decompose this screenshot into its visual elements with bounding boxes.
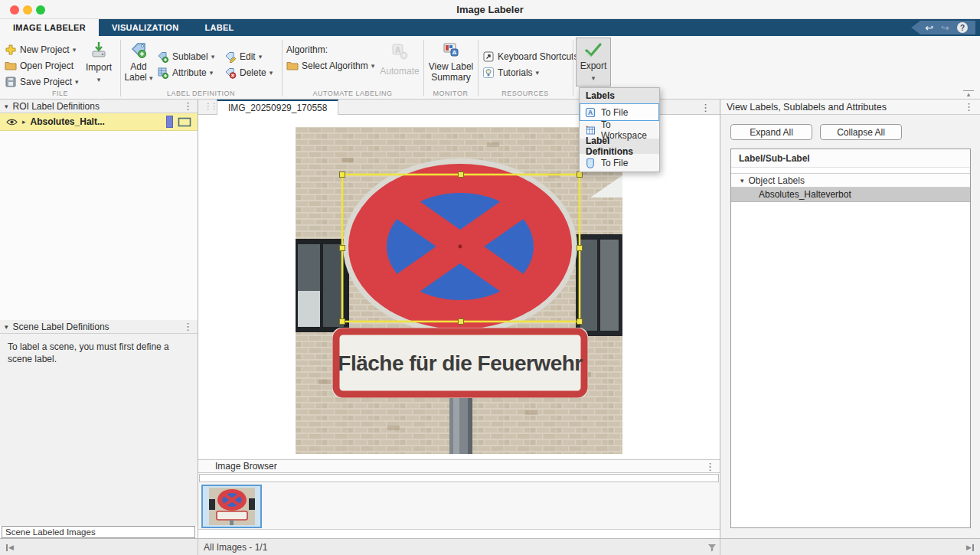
object-labels-group-row[interactable]: ▾ Object Labels — [731, 173, 970, 188]
import-button[interactable]: Import ▾ — [81, 41, 116, 83]
visibility-eye-icon[interactable] — [6, 118, 18, 126]
bbox-handle-w[interactable] — [340, 246, 345, 251]
previous-image-button[interactable]: ◀ — [6, 544, 14, 551]
automate-icon: A — [390, 42, 409, 60]
import-icon — [90, 41, 108, 59]
bbox-handle-sw[interactable] — [340, 319, 345, 325]
document-tab-active[interactable]: IMG_20250929_170558 — [217, 100, 338, 115]
image-browser-header: Image Browser ⋮ — [198, 459, 720, 473]
label-color-swatch[interactable] — [166, 116, 173, 128]
help-icon[interactable]: ? — [957, 22, 968, 33]
edit-icon — [224, 51, 237, 63]
undo-icon[interactable]: ↩ — [925, 23, 933, 33]
thumbnail-selected[interactable] — [201, 485, 262, 528]
label-definitions-file-icon — [585, 158, 596, 168]
save-project-button[interactable]: Save Project ▾ — [5, 74, 79, 89]
kebab-menu-icon[interactable]: ⋮ — [183, 322, 193, 331]
image-browser-scrollbar[interactable] — [199, 474, 719, 482]
collapse-icon[interactable]: ▾ — [740, 177, 744, 184]
image-labeler-window: Image Labeler IMAGE LABELER VISUALIZATIO… — [0, 0, 980, 555]
filter-funnel-icon[interactable] — [707, 544, 717, 552]
collapse-icon[interactable]: ▾ — [5, 103, 8, 110]
view-label-summary-label-1: View Label — [429, 62, 474, 73]
add-label-label-2: Label ▾ — [124, 73, 152, 83]
tab-image-labeler[interactable]: IMAGE LABELER — [0, 19, 99, 36]
export-definitions-to-file-label: To File — [601, 158, 628, 168]
bbox-handle-n[interactable] — [459, 172, 464, 178]
thumbnail-image — [209, 488, 255, 525]
chevron-down-icon: ▾ — [210, 69, 214, 77]
attribute-button[interactable]: Attribute ▾ — [157, 65, 213, 80]
select-algorithm-button[interactable]: Select Algorithm ▾ — [286, 58, 374, 73]
export-labels-to-file-label: To File — [601, 107, 628, 118]
expand-icon[interactable]: ▸ — [22, 118, 26, 126]
export-menu-definitions-header: Label Definitions — [580, 139, 659, 154]
expand-all-button[interactable]: Expand All — [730, 124, 812, 140]
redo-icon[interactable]: ↪ — [941, 23, 949, 33]
minimize-ribbon-icon[interactable]: ▴ — [963, 90, 974, 97]
window-title: Image Labeler — [0, 4, 980, 15]
drag-grip-icon[interactable]: ⋮⋮ — [204, 102, 217, 110]
new-project-button[interactable]: New Project ▾ — [5, 42, 76, 57]
sign-pole — [449, 398, 472, 454]
quick-access-toolbar: ↩ ↪ ? — [911, 21, 975, 34]
next-image-button[interactable]: ▶ — [966, 544, 974, 551]
sublabel-label: Sublabel — [172, 51, 208, 62]
roi-label-row-absolutes-halteverbot[interactable]: ▸ Absolutes_Halt... — [0, 113, 198, 131]
roi-label-definitions-header: ▾ ROI Label Definitions ⋮ — [0, 100, 198, 113]
edit-button[interactable]: Edit ▾ — [224, 49, 262, 64]
bbox-handle-e[interactable] — [577, 246, 583, 251]
bbox-handle-nw[interactable] — [340, 172, 345, 178]
main-area: ▾ ROI Label Definitions ⋮ ▸ Absolutes_Ha… — [0, 100, 980, 538]
tutorials-icon — [482, 67, 495, 79]
tab-visualization[interactable]: VISUALIZATION — [99, 19, 191, 36]
open-project-button[interactable]: Open Project — [5, 58, 74, 73]
collapse-icon[interactable]: ▾ — [5, 323, 8, 331]
view-label-summary-button[interactable]: A View Label Summary — [427, 41, 475, 83]
open-project-icon — [5, 60, 17, 72]
kebab-menu-icon[interactable]: ⋮ — [705, 461, 715, 472]
kebab-menu-icon[interactable]: ⋮ — [183, 101, 193, 111]
svg-text:A: A — [452, 49, 457, 56]
tab-label[interactable]: LABEL — [191, 19, 247, 36]
new-project-label: New Project — [20, 44, 70, 55]
delete-label: Delete — [240, 67, 266, 78]
labeled-photo[interactable]: Fläche für die Feuerwehr — [296, 127, 622, 454]
kebab-menu-icon[interactable]: ⋮ — [701, 102, 710, 113]
kebab-menu-icon[interactable]: ⋮ — [964, 101, 974, 113]
section-separator — [573, 40, 573, 96]
status-bar: ◀ All Images - 1/1 ▶ — [0, 538, 980, 555]
export-button[interactable]: Export ▾ — [576, 38, 611, 87]
section-label-file: FILE — [0, 90, 120, 97]
tutorials-button[interactable]: Tutorials ▾ — [482, 65, 539, 80]
export-dropdown-menu: Labels A To File To Workspace Label Defi… — [579, 87, 660, 172]
object-labels-group-label: Object Labels — [749, 175, 805, 186]
keyboard-shortcuts-button[interactable]: Keyboard Shortcuts — [482, 49, 578, 64]
svg-text:A: A — [588, 109, 593, 116]
scene-label-message: To label a scene, you must first define … — [0, 334, 198, 526]
delete-button[interactable]: Delete ▾ — [224, 65, 273, 80]
rectangle-roi-icon — [178, 117, 191, 127]
sublabel-button[interactable]: Sublabel ▾ — [157, 49, 214, 64]
labels-file-icon: A — [585, 107, 596, 118]
view-label-summary-label-2: Summary — [431, 73, 470, 83]
label-row-absolutes-halteverbot[interactable]: Absolutes_Halteverbot — [731, 188, 970, 202]
collapse-all-button[interactable]: Collapse All — [820, 124, 902, 140]
add-label-button[interactable]: Add Label ▾ — [122, 41, 155, 83]
bbox-handle-ne[interactable] — [577, 172, 583, 178]
section-label-resources: RESOURCES — [478, 90, 573, 97]
attribute-label: Attribute — [172, 67, 207, 78]
save-project-icon — [5, 76, 17, 88]
right-panel: View Labels, Sublabels and Attributes ⋮ … — [720, 100, 980, 538]
bbox-handle-se[interactable] — [577, 319, 583, 325]
chevron-down-icon: ▾ — [73, 46, 77, 54]
image-browser-title: Image Browser — [215, 461, 277, 472]
add-label-label-1: Add — [130, 62, 146, 73]
scene-label-definitions-title: Scene Label Definitions — [13, 322, 109, 332]
view-labels-title: View Labels, Sublabels and Attributes — [727, 102, 887, 113]
section-separator — [478, 40, 479, 96]
bbox-handle-s[interactable] — [459, 319, 464, 325]
workspace-icon — [585, 125, 596, 135]
left-window — [296, 239, 349, 332]
scene-labeled-images-box[interactable]: Scene Labeled Images — [2, 526, 195, 538]
